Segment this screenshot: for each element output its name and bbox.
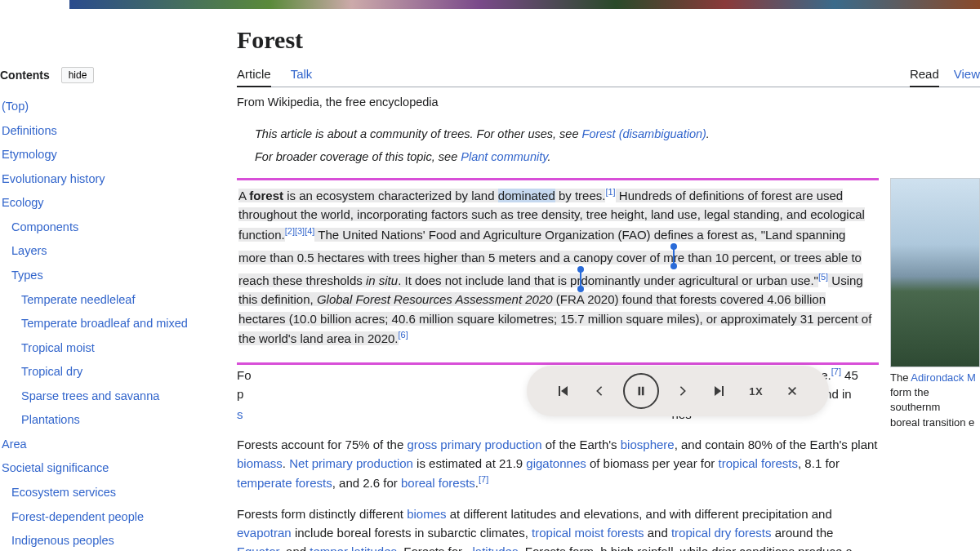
link[interactable]: evapotran xyxy=(237,526,292,540)
text-cursor xyxy=(580,270,581,288)
chevron-right-icon xyxy=(677,385,688,397)
ref-link[interactable]: [5] xyxy=(818,272,828,282)
link[interactable]: tropical dry forests xyxy=(671,526,772,540)
pause-icon xyxy=(635,385,647,397)
text-cursor xyxy=(673,247,675,265)
link[interactable]: s xyxy=(237,407,243,421)
link[interactable]: Net primary production xyxy=(289,456,413,470)
hatnote-text: For broader coverage of this topic, see xyxy=(255,150,461,163)
page-title: Forest xyxy=(237,26,980,54)
close-icon xyxy=(786,385,798,397)
toc-link[interactable]: Definitions xyxy=(2,124,57,137)
toc-link[interactable]: Ecology xyxy=(2,196,44,209)
link[interactable]: latitudes xyxy=(473,544,519,551)
toc-link[interactable]: Indigenous peoples xyxy=(11,534,114,547)
toc-link[interactable]: (Top) xyxy=(2,100,29,113)
pause-button[interactable] xyxy=(623,373,659,409)
subtitle: From Wikipedia, the free encyclopedia xyxy=(237,96,980,109)
hatnotes: This article is about a community of tre… xyxy=(237,123,980,168)
toc-nav: (Top) Definitions Etymology Evolutionary… xyxy=(0,95,237,551)
tab-talk[interactable]: Talk xyxy=(291,62,313,87)
toc-link[interactable]: Components xyxy=(11,220,78,233)
toc-title: Contents xyxy=(0,69,50,82)
skip-forward-button[interactable] xyxy=(706,378,733,404)
prev-button[interactable] xyxy=(586,378,612,404)
link[interactable]: gross primary production xyxy=(407,438,541,451)
tab-read[interactable]: Read xyxy=(910,62,939,87)
tab-article[interactable]: Article xyxy=(237,62,271,87)
selected-word: dominated xyxy=(498,189,555,202)
thumbnail-image[interactable] xyxy=(890,178,980,367)
toc-link[interactable]: Evolutionary history xyxy=(2,172,105,185)
infobox-image: The Adirondack M form the southernm bore… xyxy=(890,178,980,551)
toc-link[interactable]: Plantations xyxy=(21,413,80,426)
speed-button[interactable]: 1X xyxy=(743,378,769,404)
toc-link[interactable]: Tropical dry xyxy=(21,365,82,378)
close-button[interactable] xyxy=(779,378,805,404)
ref-link[interactable]: [7] xyxy=(831,367,841,376)
link[interactable]: temper xyxy=(310,544,348,551)
link[interactable]: biomes xyxy=(407,507,446,521)
link[interactable]: temperate forests xyxy=(237,476,332,490)
toc-link[interactable]: Etymology xyxy=(2,148,57,161)
page-tabs: Article Talk Read View xyxy=(237,62,980,87)
ref-link[interactable]: [6] xyxy=(399,330,408,340)
chevron-left-icon xyxy=(594,385,605,397)
toc-link[interactable]: Temperate needleleaf xyxy=(21,293,135,306)
link[interactable]: Adirondack M xyxy=(911,371,975,384)
link[interactable]: latitudes xyxy=(351,544,397,551)
toc-link[interactable]: Societal significance xyxy=(2,461,109,474)
toc-link[interactable]: Temperate broadleaf and mixed xyxy=(21,317,188,330)
toc-sidebar: Contents hide (Top) Definitions Etymolog… xyxy=(0,0,237,551)
link[interactable]: biosphere xyxy=(621,438,675,451)
skip-back-button[interactable] xyxy=(550,378,576,404)
toc-link[interactable]: Tropical moist xyxy=(21,341,95,354)
tab-view[interactable]: View xyxy=(954,62,980,87)
toc-link[interactable]: Types xyxy=(11,269,43,282)
lead-paragraph: A forest is an ecosystem characterized b… xyxy=(238,185,872,348)
toc-link[interactable]: Ecosystem services xyxy=(11,486,116,499)
image-caption: The Adirondack M form the southernm bore… xyxy=(890,367,980,430)
toc-link[interactable]: Sparse trees and savanna xyxy=(21,389,159,402)
skip-forward-icon xyxy=(713,384,726,398)
toc-hide-button[interactable]: hide xyxy=(61,67,95,83)
paragraph: Forests account for 75% of the gross pri… xyxy=(237,435,879,493)
link[interactable]: gigatonnes xyxy=(526,456,586,470)
hatnote-text: This article is about a community of tre… xyxy=(255,127,582,140)
link[interactable]: tropical moist forests xyxy=(532,526,644,540)
hatnote-link[interactable]: Plant community xyxy=(461,150,547,163)
link[interactable]: boreal forests xyxy=(401,476,475,490)
skip-back-icon xyxy=(556,384,569,398)
toc-link[interactable]: Area xyxy=(2,438,27,451)
ref-link[interactable]: [1] xyxy=(605,187,615,197)
next-button[interactable] xyxy=(670,378,696,404)
article-body: A forest is an ecosystem characterized b… xyxy=(237,178,879,551)
link[interactable]: tropical forests xyxy=(718,456,798,470)
ref-link[interactable]: [2][3][4] xyxy=(285,226,315,236)
hatnote-link[interactable]: Forest (disambiguation) xyxy=(582,127,706,140)
toc-link[interactable]: Layers xyxy=(11,244,47,257)
toc-link[interactable]: Forest-dependent people xyxy=(11,510,144,523)
link[interactable]: biomass xyxy=(237,456,283,470)
article-main: Forest Article Talk Read View From Wikip… xyxy=(237,0,980,551)
link[interactable]: Equator xyxy=(237,544,279,551)
paragraph: Forests form distinctly different biomes… xyxy=(237,504,879,551)
ref-link[interactable]: [7] xyxy=(479,474,488,484)
read-aloud-highlight-box: A forest is an ecosystem characterized b… xyxy=(237,178,879,365)
read-aloud-player: 1X xyxy=(527,366,829,416)
